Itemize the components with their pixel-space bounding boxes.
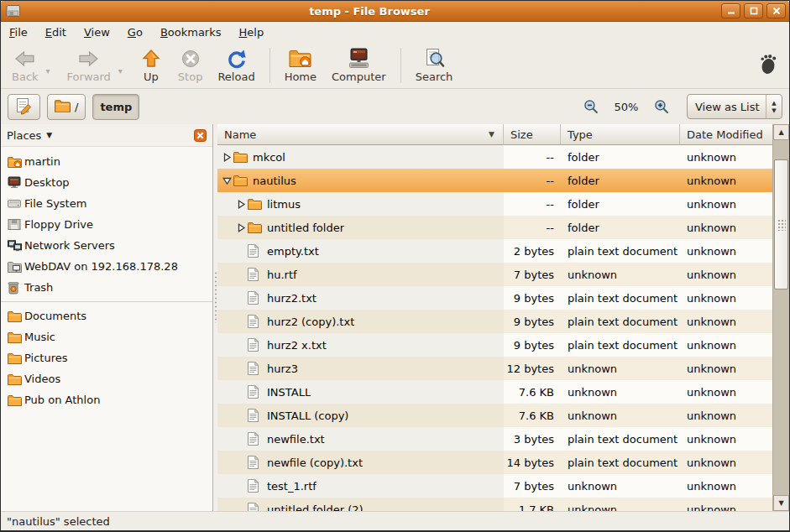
menu-edit[interactable]: Edit: [45, 26, 66, 39]
file-row[interactable]: INSTALL (copy)7.6 KBunknownunknown: [217, 404, 772, 427]
sidebar-item-file-system[interactable]: File System: [1, 193, 212, 214]
file-row[interactable]: newfile.txt3 bytesplain text documentunk…: [217, 427, 772, 451]
file-row[interactable]: untitled folder (2)1.7 KBunknownunknown: [217, 498, 772, 511]
file-date-cell: unknown: [680, 286, 772, 310]
file-name-label: nautilus: [253, 175, 296, 187]
file-date-cell: unknown: [680, 263, 772, 286]
sidebar-item-network-servers[interactable]: Network Servers: [1, 235, 212, 256]
zoom-in-button[interactable]: [651, 96, 672, 117]
file-row[interactable]: untitled folder--folderunknown: [217, 216, 772, 239]
folder-icon: [248, 222, 263, 233]
sidebar-item-pub-on-athlon[interactable]: Pub on Athlon: [1, 389, 212, 410]
file-date-cell: unknown: [680, 145, 772, 169]
window-icon: [6, 4, 21, 18]
folder-icon: [8, 310, 24, 322]
sidebar-item-desktop[interactable]: Desktop: [1, 172, 212, 193]
sidebar-item-label: Desktop: [24, 176, 70, 189]
text-file-icon: [248, 338, 263, 352]
maximize-button[interactable]: [744, 3, 763, 18]
vertical-scrollbar[interactable]: ▲ ▼: [772, 124, 789, 511]
file-row[interactable]: INSTALL7.6 KBunknownunknown: [217, 380, 772, 404]
file-type-cell: plain text document: [561, 427, 680, 451]
toolbar-button-search[interactable]: Search: [408, 45, 461, 86]
sidebar-item-music[interactable]: Music: [1, 326, 212, 347]
sidebar-item-label: Trash: [24, 281, 53, 294]
menu-bookmarks[interactable]: Bookmarks: [160, 26, 222, 39]
menu-file[interactable]: File: [9, 26, 28, 39]
column-header-name[interactable]: Name▼: [217, 124, 504, 145]
file-row[interactable]: hu.rtf7 bytesunknownunknown: [217, 263, 772, 286]
sidebar-item-videos[interactable]: Videos: [1, 368, 212, 389]
expander-collapsed-icon[interactable]: [237, 223, 248, 232]
path-current-label: temp: [100, 101, 132, 113]
path-button-root[interactable]: /: [47, 94, 86, 120]
menubar: FileEditViewGoBookmarksHelp: [1, 22, 789, 42]
file-size-cell: --: [504, 169, 561, 192]
view-mode-label: View as List: [688, 95, 766, 118]
column-header-size[interactable]: Size: [504, 124, 561, 145]
sidebar-item-floppy-drive[interactable]: Floppy Drive: [1, 214, 212, 235]
file-size-cell: 7.6 KB: [504, 404, 561, 427]
file-name-cell: newfile (copy).txt: [217, 451, 504, 474]
sidebar-close-button[interactable]: [194, 129, 207, 142]
sidebar-item-label: Pictures: [24, 352, 67, 364]
toolbar-button-reload[interactable]: Reload: [210, 45, 262, 86]
file-name-cell: empty.txt: [217, 239, 504, 263]
edit-location-button[interactable]: [8, 94, 40, 120]
column-header-type[interactable]: Type: [561, 124, 680, 145]
sidebar-item-webdav-on-192-168-178-28[interactable]: WebDAV on 192.168.178.28: [1, 256, 212, 277]
zoom-out-button[interactable]: [581, 96, 601, 117]
expander-collapsed-icon[interactable]: [237, 200, 248, 209]
file-name-label: INSTALL (copy): [267, 409, 348, 422]
path-button-current[interactable]: temp: [92, 94, 139, 120]
places-header[interactable]: Places ▼: [1, 124, 212, 147]
file-name-label: untitled folder: [267, 222, 344, 234]
menu-help[interactable]: Help: [239, 26, 264, 39]
file-size-cell: 7.6 KB: [504, 380, 561, 404]
folder-icon: [8, 331, 24, 343]
file-row[interactable]: mkcol--folderunknown: [217, 145, 772, 169]
sidebar-item-martin[interactable]: martin: [1, 151, 212, 172]
menu-go[interactable]: Go: [128, 26, 143, 39]
file-row[interactable]: litmus--folderunknown: [217, 192, 772, 216]
up-arrow-icon: [141, 48, 161, 70]
toolbar-button-computer[interactable]: Computer: [324, 45, 394, 86]
zoom-level: 50%: [608, 101, 645, 113]
scroll-down-button[interactable]: ▼: [773, 495, 789, 511]
sidebar-item-documents[interactable]: Documents: [1, 305, 212, 326]
text-file-icon: [248, 362, 263, 375]
expander-expanded-icon[interactable]: [222, 176, 233, 185]
stop-icon: [180, 48, 201, 70]
file-row[interactable]: hurz2 (copy).txt9 bytesplain text docume…: [217, 310, 772, 333]
sidebar-item-trash[interactable]: Trash: [1, 277, 212, 298]
folder-icon: [8, 394, 24, 406]
pane-splitter[interactable]: [213, 124, 217, 511]
file-row[interactable]: test_1.rtf7 bytesunknownunknown: [217, 474, 772, 498]
search-icon: [424, 48, 445, 70]
toolbar-button-home[interactable]: Home: [277, 45, 324, 86]
file-row[interactable]: newfile (copy).txt14 bytesplain text doc…: [217, 451, 772, 474]
scrollbar-track[interactable]: [773, 140, 789, 495]
file-row[interactable]: nautilus--folderunknown: [217, 169, 772, 192]
close-button[interactable]: [766, 3, 786, 18]
file-row[interactable]: hurz2 x.txt9 bytesplain text documentunk…: [217, 333, 772, 357]
file-row[interactable]: hurz2.txt9 bytesplain text documentunkno…: [217, 286, 772, 310]
file-name-label: untitled folder (2): [267, 503, 364, 512]
sidebar-item-pictures[interactable]: Pictures: [1, 347, 212, 368]
minimize-button[interactable]: [721, 3, 740, 18]
file-row[interactable]: empty.txt2 bytesplain text documentunkno…: [217, 239, 772, 263]
menu-view[interactable]: View: [84, 26, 110, 39]
expander-collapsed-icon[interactable]: [222, 153, 233, 162]
file-name-label: hurz2 x.txt: [267, 339, 327, 352]
scrollbar-thumb[interactable]: [774, 159, 788, 289]
file-date-cell: unknown: [680, 404, 772, 427]
scroll-up-button[interactable]: ▲: [773, 124, 789, 140]
file-type-cell: plain text document: [561, 239, 680, 263]
file-type-cell: folder: [561, 169, 680, 192]
column-header-date-modified[interactable]: Date Modified: [680, 124, 772, 145]
file-row[interactable]: hurz312 bytesunknownunknown: [217, 357, 772, 380]
view-mode-combo[interactable]: View as List ▲▼: [687, 94, 782, 119]
toolbar-button-up[interactable]: Up: [132, 45, 170, 86]
places-list: martinDesktopFile SystemFloppy DriveNetw…: [1, 147, 212, 410]
file-name-label: litmus: [267, 198, 301, 211]
